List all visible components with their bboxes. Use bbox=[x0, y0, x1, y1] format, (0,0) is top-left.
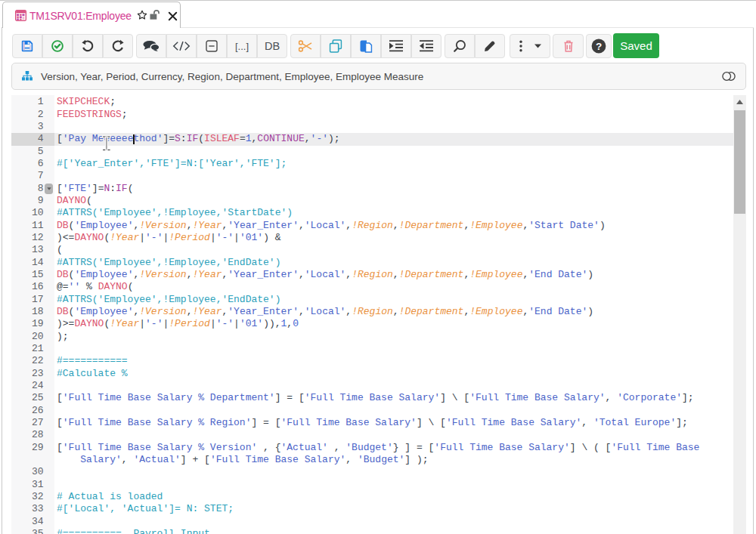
svg-text:?: ? bbox=[596, 40, 602, 51]
